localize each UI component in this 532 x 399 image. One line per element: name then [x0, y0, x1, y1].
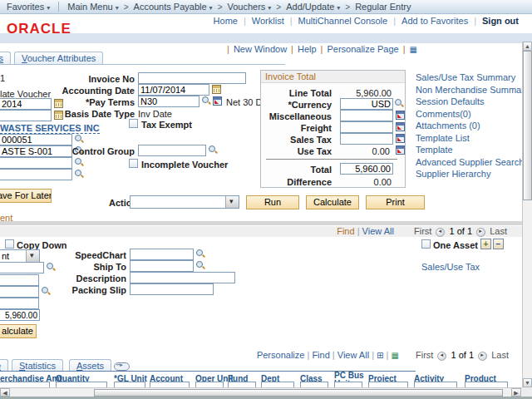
calculate-button[interactable]: Calculate: [306, 195, 359, 209]
transfer-icon[interactable]: [396, 122, 405, 131]
invoice-no-field[interactable]: [138, 72, 246, 84]
grid-view-all-link[interactable]: View All: [337, 350, 369, 360]
next-page-icon[interactable]: [478, 352, 487, 361]
supplier-hierarchy-link[interactable]: Supplier Hierarchy: [416, 169, 529, 179]
add-row-button[interactable]: +: [480, 239, 491, 249]
transfer-icon[interactable]: [396, 111, 405, 120]
vertical-scroll-thumb[interactable]: [523, 51, 532, 200]
transfer-icon[interactable]: [396, 134, 405, 143]
breadcrumb-accounts-payable[interactable]: Accounts Payable: [134, 2, 213, 12]
lookup-icon[interactable]: [196, 249, 205, 259]
speedchart-field[interactable]: [130, 249, 194, 260]
non-merchandise-summary-link[interactable]: Non Merchandise Summary: [416, 85, 529, 95]
one-asset-checkbox[interactable]: [421, 239, 431, 249]
run-button[interactable]: Run: [246, 195, 299, 209]
address-field[interactable]: [0, 169, 72, 180]
vertical-scrollbar[interactable]: ▲ ▼: [522, 42, 532, 387]
multichannel-console-link[interactable]: MultiChannel Console: [298, 16, 388, 26]
line-amount-field[interactable]: [0, 309, 40, 321]
lookup-icon[interactable]: [75, 170, 84, 179]
scroll-left-icon[interactable]: ◀: [0, 388, 10, 397]
grid-first-label[interactable]: First: [416, 350, 433, 360]
lookup-icon[interactable]: [209, 145, 218, 155]
transfer-icon[interactable]: [396, 145, 405, 155]
tax-exempt-checkbox[interactable]: [129, 119, 138, 128]
attachments-link[interactable]: Attachments (0): [416, 121, 529, 131]
transfer-icon[interactable]: [213, 96, 222, 106]
scroll-right-icon[interactable]: ▶: [511, 388, 521, 397]
freight-field[interactable]: [340, 121, 393, 133]
total-field[interactable]: [340, 163, 393, 175]
sales-use-tax-summary-link[interactable]: Sales/Use Tax Summary: [416, 72, 529, 82]
template-list-link[interactable]: Template List: [416, 133, 529, 143]
lines-view-all-link[interactable]: View All: [362, 226, 394, 236]
lines-find-link[interactable]: Find: [337, 226, 354, 236]
line-calculate-button[interactable]: alculate: [0, 324, 37, 338]
ship-to-field[interactable]: [130, 260, 194, 272]
description-field[interactable]: [130, 272, 235, 283]
template-link[interactable]: Template: [416, 145, 529, 155]
delete-row-button[interactable]: −: [493, 239, 504, 249]
packing-slip-field[interactable]: [130, 283, 214, 295]
grid-personalize-link[interactable]: Personalize: [257, 350, 304, 360]
http-icon[interactable]: ▦: [410, 45, 417, 54]
control-group-field[interactable]: [138, 145, 206, 156]
home-link[interactable]: Home: [214, 16, 238, 26]
incomplete-voucher-checkbox[interactable]: [129, 159, 138, 168]
advanced-supplier-search-link[interactable]: Advanced Supplier Search: [416, 157, 529, 167]
download-grid-icon[interactable]: ⊞: [377, 351, 383, 360]
worklist-link[interactable]: Worklist: [252, 16, 284, 26]
item-field[interactable]: [0, 262, 44, 273]
previous-page-icon[interactable]: [437, 352, 446, 361]
session-defaults-link[interactable]: Session Defaults: [416, 96, 529, 106]
lines-last-label[interactable]: Last: [490, 226, 507, 236]
lookup-icon[interactable]: [395, 99, 404, 108]
add-to-favorites-link[interactable]: Add to Favorites: [401, 16, 468, 26]
lookup-icon[interactable]: [75, 158, 84, 167]
lookup-icon[interactable]: [75, 135, 84, 144]
breadcrumb-vouchers[interactable]: Vouchers: [227, 2, 271, 12]
supplier-id-field[interactable]: [0, 134, 72, 145]
breadcrumb-add-update[interactable]: Add/Update: [286, 2, 340, 12]
grid-tab-fragment[interactable]: e: [0, 359, 8, 372]
personalize-page-link[interactable]: Personalize Page: [327, 44, 398, 54]
comments-link[interactable]: Comments(0): [416, 109, 529, 119]
currency-field[interactable]: [340, 98, 393, 110]
unit-price-field[interactable]: [0, 298, 39, 309]
grid-tab-assets[interactable]: Assets: [69, 359, 111, 372]
main-menu[interactable]: Main Menu: [67, 2, 118, 12]
chevron-down-icon[interactable]: [26, 250, 39, 262]
save-for-later-button[interactable]: ave For Later: [0, 189, 52, 203]
lookup-icon[interactable]: [196, 261, 205, 270]
uom-field[interactable]: [0, 286, 39, 298]
tab-voucher-attributes[interactable]: Voucher Attributes: [14, 52, 103, 64]
line-sales-use-tax-link[interactable]: Sales/Use Tax: [421, 262, 480, 272]
horizontal-scrollbar[interactable]: ◀ ▶: [0, 387, 522, 397]
accounting-date-field[interactable]: [138, 84, 209, 96]
sales-tax-field[interactable]: [340, 133, 393, 145]
invoice-date-field[interactable]: [0, 98, 52, 110]
next-row-icon[interactable]: [476, 228, 485, 237]
action-dropdown[interactable]: [130, 195, 239, 209]
miscellaneous-field[interactable]: [340, 110, 393, 121]
grid-last-label[interactable]: Last: [491, 350, 509, 360]
grid-tab-statistics[interactable]: Statistics: [12, 359, 63, 372]
sign-out-link[interactable]: Sign out: [482, 16, 519, 26]
quantity-field[interactable]: [0, 274, 39, 286]
favorites-menu[interactable]: Favorites: [7, 2, 50, 12]
grid-find-link[interactable]: Find: [312, 350, 329, 360]
lookup-icon[interactable]: [202, 96, 211, 106]
horizontal-scroll-thumb[interactable]: [94, 389, 503, 397]
scroll-up-icon[interactable]: ▲: [523, 42, 532, 51]
tab-payments-fragment[interactable]: s: [0, 52, 11, 64]
supplier-name-link[interactable]: WASTE SERVICES INC: [0, 123, 100, 134]
lines-first-label[interactable]: First: [414, 226, 431, 236]
help-link[interactable]: Help: [298, 44, 317, 54]
distribute-by-dropdown[interactable]: nt: [0, 249, 40, 263]
pay-terms-field[interactable]: [138, 96, 200, 107]
show-all-tabs-icon[interactable]: [114, 362, 130, 371]
scroll-down-icon[interactable]: ▼: [523, 378, 532, 387]
invoice-received-field[interactable]: [0, 110, 52, 121]
copy-down-checkbox[interactable]: [5, 239, 14, 249]
new-window-link[interactable]: New Window: [234, 44, 287, 54]
